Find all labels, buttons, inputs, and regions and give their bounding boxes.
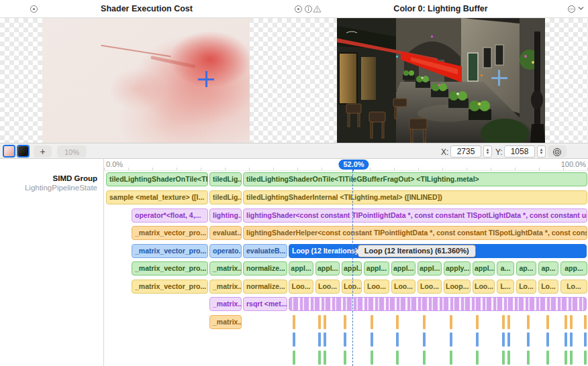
shader-cost-heatmap[interactable]: [42, 18, 250, 143]
flame-tick[interactable]: [371, 351, 373, 365]
flame-segment[interactable]: Lo...: [560, 280, 587, 294]
flame-segment[interactable]: rsqrt <met...: [243, 297, 287, 311]
flame-segment[interactable]: ap...: [516, 261, 536, 276]
flame-segment[interactable]: appl...: [418, 261, 442, 276]
flame-segment[interactable]: app...: [560, 261, 587, 276]
flame-segment[interactable]: tiledLightingShaderOnTile<TITileGBufferF…: [243, 172, 587, 186]
flame-stripes-segment[interactable]: [289, 297, 587, 311]
flame-segment[interactable]: _matrix...: [209, 315, 242, 329]
flame-tick[interactable]: [371, 332, 373, 347]
flame-tick[interactable]: [423, 332, 426, 347]
ruler-current-badge[interactable]: 52.0%: [338, 160, 369, 170]
flame-tick[interactable]: [344, 315, 346, 329]
flame-tick[interactable]: [371, 315, 373, 329]
flame-tick[interactable]: [570, 332, 573, 347]
y-coordinate-field[interactable]: 1058: [504, 145, 535, 158]
flame-segment[interactable]: lighting...: [209, 208, 242, 223]
flame-tick[interactable]: [318, 315, 321, 329]
flame-tick[interactable]: [527, 315, 530, 329]
flame-segment[interactable]: Loo...: [391, 280, 415, 294]
flame-tick[interactable]: [527, 332, 530, 347]
flame-tick[interactable]: [344, 332, 346, 347]
flame-tick[interactable]: [450, 351, 452, 365]
flame-tick[interactable]: [546, 315, 549, 329]
flame-tick[interactable]: [396, 315, 399, 329]
flame-tick[interactable]: [450, 315, 452, 329]
flame-segment[interactable]: Loo...: [315, 280, 340, 294]
x-coordinate-field[interactable]: 2735: [450, 145, 481, 158]
timeline-ruler[interactable]: 0.0% 100.0% 52.0%: [104, 159, 588, 171]
chevron-down-icon[interactable]: [578, 6, 587, 15]
zoom-level-dropdown[interactable]: 10% ⌄: [57, 145, 87, 158]
flame-segment[interactable]: normalize...: [243, 280, 287, 294]
flame-segment[interactable]: evaluateB...: [243, 244, 287, 258]
flame-segment[interactable]: tiledLightingShaderOnTile<TI...: [106, 172, 208, 186]
flame-tick[interactable]: [507, 332, 510, 347]
flame-segment[interactable]: Loo...: [364, 280, 389, 294]
flame-tick[interactable]: [502, 351, 505, 365]
flame-tick[interactable]: [293, 351, 295, 365]
flame-tick[interactable]: [527, 351, 530, 365]
flame-segment[interactable]: _matrix_vector_pro...: [132, 280, 208, 294]
flame-tick[interactable]: [476, 315, 479, 329]
flame-segment[interactable]: a...: [497, 261, 514, 276]
y-stepper[interactable]: ▲▼: [537, 145, 546, 158]
flame-tick[interactable]: [344, 351, 346, 365]
flame-tick[interactable]: [423, 351, 426, 365]
flame-segment[interactable]: appl...: [364, 261, 389, 276]
flame-segment[interactable]: apply...: [444, 261, 471, 276]
flame-segment[interactable]: operato...: [209, 244, 242, 258]
flame-tick[interactable]: [584, 332, 587, 347]
flame-tick[interactable]: [318, 332, 321, 347]
x-stepper[interactable]: ▲▼: [483, 145, 492, 158]
flame-tick[interactable]: [293, 315, 295, 329]
playhead-line[interactable]: [352, 171, 353, 366]
flame-tick[interactable]: [570, 315, 573, 329]
flame-segment[interactable]: sample <metal_texture> ([I...: [106, 190, 208, 204]
flame-tick[interactable]: [570, 351, 573, 365]
flame-segment[interactable]: Lo...: [538, 280, 558, 294]
flame-tick[interactable]: [450, 332, 452, 347]
lighting-buffer-image[interactable]: [337, 18, 545, 143]
flame-tick[interactable]: [476, 351, 479, 365]
flame-segment[interactable]: Loop...: [444, 280, 471, 294]
flame-segment[interactable]: evaluat...: [209, 226, 242, 240]
flame-tick[interactable]: [565, 332, 567, 347]
flame-tick[interactable]: [502, 332, 505, 347]
flame-segment[interactable]: Lo...: [516, 280, 536, 294]
flame-segment[interactable]: normalize...: [243, 261, 287, 276]
flame-segment[interactable]: operator*<float, 4,...: [132, 208, 208, 223]
flame-segment[interactable]: _matrix...: [209, 280, 242, 294]
flame-tick[interactable]: [507, 351, 510, 365]
flame-segment[interactable]: Loo...: [473, 280, 495, 294]
flame-tick[interactable]: [423, 315, 426, 329]
flame-segment[interactable]: tiledLig...: [209, 172, 242, 186]
flame-segment[interactable]: appl...: [315, 261, 340, 276]
add-attachment-button[interactable]: +: [34, 145, 52, 158]
flame-segment[interactable]: tiledLig...: [209, 190, 242, 204]
flame-tick[interactable]: [546, 332, 549, 347]
flame-tick[interactable]: [584, 315, 587, 329]
flame-tick[interactable]: [324, 315, 326, 329]
flame-tick[interactable]: [507, 315, 510, 329]
flame-tick[interactable]: [502, 315, 505, 329]
flame-tick[interactable]: [396, 351, 399, 365]
pixel-target-button[interactable]: [548, 145, 567, 158]
flame-tick[interactable]: [396, 332, 399, 347]
flame-segment[interactable]: tiledLightingShaderInternal <TILighting.…: [243, 190, 587, 204]
flame-segment[interactable]: ap...: [538, 261, 558, 276]
heatmap-thumbnail-button[interactable]: [3, 145, 15, 158]
flame-segment[interactable]: L...: [497, 280, 514, 294]
photo-thumbnail-button[interactable]: [17, 145, 30, 158]
flame-tick[interactable]: [565, 351, 567, 365]
ellipsis-circle-icon[interactable]: [567, 5, 576, 13]
flame-tick[interactable]: [293, 332, 295, 347]
flame-tick[interactable]: [324, 332, 326, 347]
flame-segment[interactable]: _matrix...: [209, 261, 242, 276]
flame-segment[interactable]: lightingShaderHelper<const constant TIPo…: [243, 226, 587, 240]
flame-segment[interactable]: _matrix...: [209, 297, 242, 311]
flame-tick[interactable]: [546, 351, 549, 365]
flame-tick[interactable]: [324, 351, 326, 365]
flame-segment[interactable]: appl...: [289, 261, 313, 276]
flame-tick[interactable]: [318, 351, 321, 365]
